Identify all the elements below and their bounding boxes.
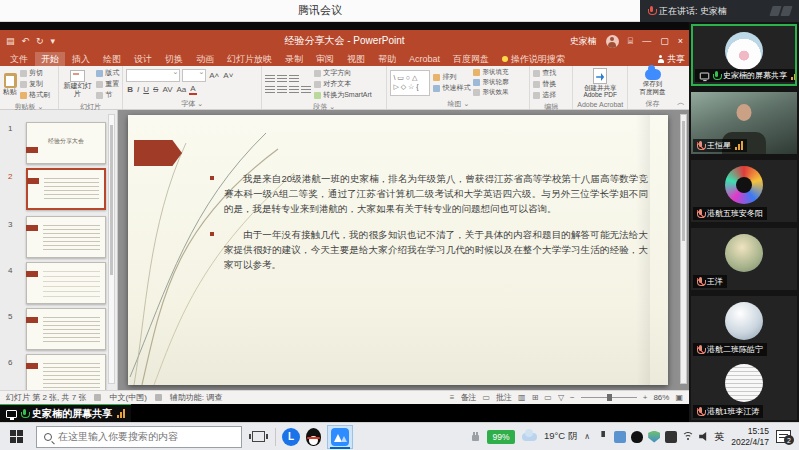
fit-slide-icon[interactable]: ▣ — [675, 393, 683, 402]
thumbnail-scrollbar[interactable] — [108, 114, 115, 384]
arrange-button[interactable]: 排列 — [433, 72, 470, 82]
grow-font-icon[interactable]: A˄ — [208, 71, 220, 80]
copy-button[interactable]: 复制 — [20, 79, 50, 89]
slide-thumbnail-1[interactable]: 经验分享大会 — [26, 122, 106, 164]
meeting-app-active[interactable] — [327, 425, 353, 449]
close-button[interactable]: × — [678, 36, 683, 46]
collapse-ribbon-icon[interactable]: ︿ — [677, 97, 689, 109]
tab-insert[interactable]: 插入 — [66, 52, 96, 67]
search-input[interactable] — [58, 431, 228, 442]
tab-file[interactable]: 文件 — [4, 52, 34, 67]
tab-review[interactable]: 审阅 — [310, 52, 340, 67]
slide-canvas[interactable]: 我是来自20级港航一班的史家楠，排名为年级第八，曾获得江苏省高等学校第十八届高等… — [128, 115, 668, 385]
tab-draw[interactable]: 绘图 — [97, 52, 127, 67]
zoom-out-icon[interactable]: − — [570, 393, 575, 402]
start-button[interactable] — [10, 430, 24, 444]
replace-button[interactable]: 替换 — [533, 79, 556, 89]
reading-view-icon[interactable]: ▭ — [544, 393, 552, 402]
participant-tile[interactable]: 港航二班陈皓宁 — [691, 296, 797, 358]
normal-view-icon[interactable]: ▥ — [518, 393, 526, 402]
create-pdf-button[interactable]: 创建并共享 Adobe PDF — [583, 68, 617, 98]
participant-tile[interactable]: 港航1班李江涛 — [691, 358, 797, 420]
speaker-icon[interactable] — [699, 432, 709, 442]
ime-indicator[interactable]: 英 — [714, 430, 724, 444]
participant-tile[interactable]: 王恒星 — [691, 92, 797, 154]
slideshow-icon[interactable]: ▽ — [558, 393, 564, 402]
minimize-button[interactable]: — — [642, 36, 651, 46]
paste-button[interactable]: 粘贴 — [3, 73, 17, 96]
find-button[interactable]: 查找 — [533, 68, 556, 78]
tab-record[interactable]: 录制 — [279, 52, 309, 67]
qat-dropdown-icon[interactable]: ▾ — [51, 36, 56, 46]
align-right-icon[interactable] — [289, 86, 299, 94]
select-button[interactable]: 选择 — [533, 90, 556, 100]
tab-baidu-pan[interactable]: 百度网盘 — [447, 52, 495, 67]
numbering-icon[interactable] — [277, 75, 287, 83]
shape-fill-button[interactable]: 形状填充 — [473, 68, 508, 77]
slide-sorter-icon[interactable]: ⊞ — [532, 393, 539, 402]
cut-button[interactable]: 剪切 — [20, 68, 50, 78]
participant-tile[interactable]: 港航五班安冬阳 — [691, 160, 797, 222]
font-size-combo[interactable] — [182, 69, 206, 82]
taskbar-clock[interactable]: 15:15 2022/4/17 — [731, 426, 769, 447]
italic-button[interactable]: I — [136, 85, 140, 94]
section-button[interactable]: 节 — [96, 90, 119, 100]
new-slide-button[interactable]: 新建幻灯片 — [62, 70, 94, 97]
taskbar-search[interactable] — [36, 426, 242, 448]
change-case-button[interactable]: Aa — [176, 85, 188, 94]
tab-home[interactable]: 开始 — [35, 52, 65, 67]
text-direction-button[interactable]: 文字方向 — [314, 68, 372, 78]
tab-transitions[interactable]: 切换 — [159, 52, 189, 67]
align-text-button[interactable]: 对齐文本 — [314, 79, 372, 89]
undo-icon[interactable]: ↶ — [22, 36, 30, 46]
slide-thumbnail-4[interactable] — [26, 262, 106, 304]
strikethrough-button[interactable]: S — [152, 85, 159, 94]
quick-styles-button[interactable]: 快速样式 — [433, 83, 470, 93]
notes-button[interactable]: 备注 — [461, 392, 477, 403]
save-to-pan-button[interactable]: 保存到 百度网盘 — [640, 69, 666, 94]
justify-icon[interactable] — [301, 86, 311, 94]
accessibility-label[interactable]: 辅助功能: 调查 — [170, 392, 222, 403]
comments-button[interactable]: 批注 — [496, 392, 512, 403]
participant-tile[interactable]: 王洋 — [691, 228, 797, 290]
save-icon[interactable]: ▤ — [6, 36, 15, 46]
align-left-icon[interactable] — [265, 86, 275, 94]
weather-text[interactable]: 19°C 阴 — [544, 430, 577, 443]
qq-app-icon[interactable] — [306, 428, 321, 446]
smartart-button[interactable]: 转换为SmartArt — [314, 90, 372, 100]
zoom-slider[interactable] — [581, 397, 637, 398]
char-spacing-button[interactable]: AV — [161, 85, 173, 94]
tray-shield-icon[interactable] — [648, 431, 660, 443]
font-color-button[interactable]: A — [189, 84, 196, 95]
wifi-icon[interactable] — [682, 432, 694, 442]
language-label[interactable]: 中文(中国) — [109, 392, 146, 403]
tray-display-icon[interactable] — [614, 431, 626, 443]
slide-thumbnail-5[interactable] — [26, 308, 106, 350]
shape-outline-button[interactable]: 形状轮廓 — [473, 78, 508, 87]
font-name-combo[interactable] — [126, 69, 180, 82]
slide-thumbnail-3[interactable] — [26, 216, 106, 258]
notification-center-icon[interactable]: 2 — [776, 430, 791, 443]
tab-help[interactable]: 帮助 — [372, 52, 402, 67]
document-scrollbar[interactable] — [680, 114, 687, 384]
user-avatar[interactable] — [606, 35, 619, 48]
task-view-icon[interactable] — [252, 431, 265, 442]
indent-icon[interactable] — [289, 75, 299, 83]
participant-tile-share[interactable]: 史家楠的屏幕共享 — [691, 24, 797, 86]
redo-icon[interactable]: ↻ — [36, 36, 44, 46]
reset-button[interactable]: 重置 — [96, 79, 119, 89]
shape-gallery[interactable]: \ ▭ ○ △ ▷ ◇ ☆ { — [390, 70, 430, 96]
tray-qq-icon[interactable] — [631, 431, 643, 443]
spellcheck-icon[interactable] — [94, 394, 101, 401]
tab-acrobat[interactable]: Acrobat — [403, 53, 446, 65]
tab-slideshow[interactable]: 幻灯片放映 — [221, 52, 278, 67]
ppt-share-button[interactable]: 共享 — [657, 53, 685, 66]
shape-effects-button[interactable]: 形状效果 — [473, 88, 508, 97]
ribbon-display-options-icon[interactable]: ⌸ — [628, 36, 633, 47]
tab-design[interactable]: 设计 — [128, 52, 158, 67]
battery-indicator[interactable]: 99% — [487, 430, 515, 444]
layout-button[interactable]: 版式 — [96, 68, 119, 78]
slide-thumbnail-6[interactable] — [26, 354, 106, 390]
restore-button[interactable]: ▢ — [660, 36, 669, 46]
slide-text-block[interactable]: 我是来自20级港航一班的史家楠，排名为年级第八，曾获得江苏省高等学校第十八届高等… — [224, 171, 648, 282]
